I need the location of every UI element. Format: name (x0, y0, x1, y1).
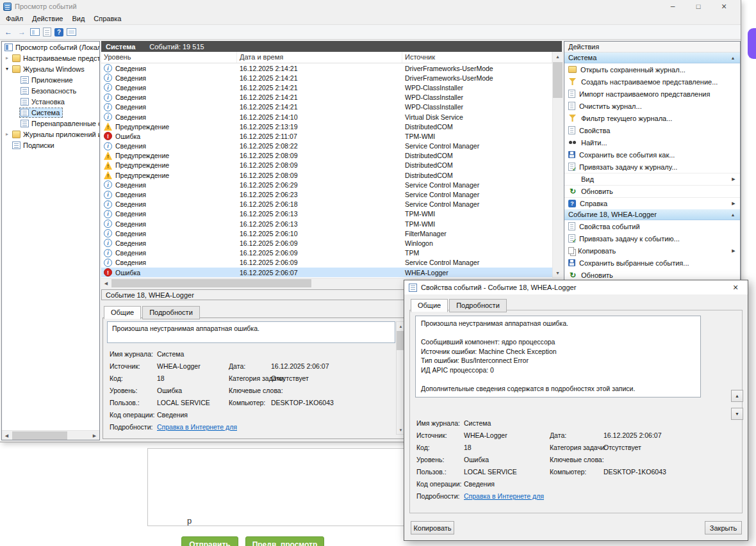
source-cell: TPM (402, 249, 552, 257)
copy-button[interactable]: Копировать (411, 521, 454, 534)
action-item[interactable]: Найти... (564, 136, 740, 149)
tree-item[interactable]: Безопасность (2, 85, 99, 96)
event-row[interactable]: Сведения16.12.2025 2:14:21DriverFramewor… (101, 73, 552, 83)
action-item[interactable]: Справка (564, 197, 740, 209)
action-item[interactable]: Свойства (564, 124, 740, 136)
list-vertical-scrollbar[interactable] (552, 52, 562, 278)
next-event-button[interactable] (731, 408, 743, 420)
preview-button[interactable]: Предв. просмотр (245, 536, 324, 546)
level-cell: Предупреждение (101, 152, 237, 160)
event-row[interactable]: Ошибка16.12.2025 2:11:07TPM-WMI (101, 131, 552, 141)
tree-item[interactable]: Просмотр событий (Локальны (2, 42, 99, 52)
submit-button[interactable]: Отправить (181, 536, 238, 546)
info-icon (104, 239, 112, 247)
chevron-right-icon[interactable] (3, 52, 11, 63)
menu-item-3[interactable]: Справка (89, 13, 126, 24)
action-item[interactable]: Открыть сохраненный журнал... (564, 63, 740, 76)
event-row[interactable]: Сведения16.12.2025 2:06:09Service Contro… (101, 258, 552, 268)
column-header-2[interactable]: Источник (402, 52, 552, 63)
previous-event-button[interactable] (731, 390, 743, 402)
column-header-1[interactable]: Дата и время (237, 52, 402, 63)
export-icon[interactable] (43, 28, 51, 36)
minimize-button[interactable] (660, 1, 686, 12)
background-textarea[interactable] (147, 448, 405, 526)
tree-item[interactable]: Приложение (2, 74, 99, 85)
event-row[interactable]: Сведения16.12.2025 2:06:10FilterManager (101, 229, 552, 238)
action-item[interactable]: Привязать задачу к событию... (564, 232, 740, 245)
scroll-up-icon[interactable] (553, 52, 563, 61)
action-item[interactable]: Привязать задачу к журналу... (564, 161, 740, 173)
close-icon[interactable] (726, 281, 745, 294)
event-row[interactable]: Сведения16.12.2025 2:14:21WPD-ClassInsta… (101, 83, 552, 92)
action-item[interactable]: Создать настраиваемое представление... (564, 76, 740, 88)
event-row[interactable]: Сведения16.12.2025 2:06:09TPM (101, 248, 552, 258)
tree-item[interactable]: Подписки (2, 140, 99, 150)
event-row[interactable]: Сведения16.12.2025 2:06:18Service Contro… (101, 200, 552, 209)
dialog-tab-details[interactable]: Подробности (449, 299, 507, 312)
tree-item[interactable]: Установка (2, 96, 99, 107)
preview-tab-details[interactable]: Подробности (142, 306, 200, 319)
action-item[interactable]: Сохранить выбранные события... (564, 257, 740, 269)
event-row[interactable]: Сведения16.12.2025 2:14:21WPD-ClassInsta… (101, 93, 552, 102)
web-help-link[interactable]: Справка в Интернете для (464, 492, 544, 500)
action-item[interactable]: Фильтр текущего журнала... (564, 112, 740, 124)
event-row[interactable]: Сведения16.12.2025 2:08:22Service Contro… (101, 141, 552, 151)
action-item[interactable]: Копировать (564, 245, 740, 257)
web-help-link[interactable]: Справка в Интернете для (157, 423, 237, 431)
forward-icon[interactable] (17, 28, 27, 37)
help-icon[interactable] (54, 28, 63, 36)
preview-tab-general[interactable]: Общие (104, 306, 141, 319)
event-row[interactable]: Сведения16.12.2025 2:06:13TPM-WMI (101, 219, 552, 229)
event-row[interactable]: Сведения16.12.2025 2:06:09Winlogon (101, 238, 552, 248)
action-item[interactable]: Очистить журнал... (564, 100, 740, 112)
menu-item-1[interactable]: Действие (28, 13, 67, 24)
scroll-down-icon[interactable] (553, 268, 563, 278)
back-icon[interactable] (3, 28, 13, 37)
action-item[interactable]: Обновить (564, 185, 740, 197)
collapse-icon[interactable] (728, 56, 738, 60)
tree-item[interactable]: Система (2, 107, 99, 118)
menu-item-2[interactable]: Вид (67, 13, 89, 24)
scroll-thumb[interactable] (111, 279, 311, 287)
properties-icon[interactable] (67, 28, 76, 36)
scroll-thumb[interactable] (12, 431, 67, 440)
console-tree-icon[interactable] (30, 28, 40, 36)
tree-item[interactable]: Настраиваемые представл... (2, 52, 99, 63)
event-row[interactable]: Предупреждение16.12.2025 2:13:19Distribu… (101, 122, 552, 131)
scroll-right-icon[interactable] (90, 431, 99, 440)
action-item[interactable]: Свойства событий (564, 220, 740, 232)
tree-item[interactable]: Журналы приложений и сл... (2, 129, 99, 140)
event-row[interactable]: Сведения16.12.2025 2:06:23Service Contro… (101, 189, 552, 199)
tree-item[interactable]: Перенаправленные соб... (2, 118, 99, 129)
event-row[interactable]: Сведения16.12.2025 2:14:21WPD-ClassInsta… (101, 102, 552, 112)
dialog-tab-general[interactable]: Общие (411, 299, 448, 312)
event-row[interactable]: Сведения16.12.2025 2:14:21DriverFramewor… (101, 63, 552, 73)
chevron-down-icon[interactable] (3, 63, 11, 74)
tree-item[interactable]: Журналы Windows (2, 63, 99, 74)
event-row[interactable]: Предупреждение16.12.2025 2:08:09Distribu… (101, 161, 552, 170)
event-row[interactable]: Сведения16.12.2025 2:14:10Virtual Disk S… (101, 112, 552, 122)
scroll-thumb[interactable] (553, 62, 563, 98)
browser-extension-widget[interactable] (748, 28, 756, 59)
action-item[interactable]: Импорт настраиваемого представления (564, 88, 740, 100)
action-item[interactable]: Сохранить все события как... (564, 149, 740, 161)
event-row[interactable]: Ошибка16.12.2025 2:06:07WHEA-Logger (101, 268, 552, 277)
menu-item-0[interactable]: Файл (1, 13, 28, 24)
collapse-icon[interactable] (728, 213, 738, 217)
event-row[interactable]: Предупреждение16.12.2025 2:08:09Distribu… (101, 170, 552, 180)
close-button[interactable] (711, 1, 737, 12)
action-section-header[interactable]: Событие 18, WHEA-Logger (564, 209, 740, 220)
tree-horizontal-scrollbar[interactable] (2, 430, 99, 440)
event-row[interactable]: Сведения16.12.2025 2:06:13TPM-WMI (101, 209, 552, 219)
scroll-left-icon[interactable] (2, 431, 12, 440)
field-value: Ошибка (464, 456, 489, 463)
event-row[interactable]: Сведения16.12.2025 2:06:29Service Contro… (101, 180, 552, 189)
maximize-button[interactable] (686, 1, 711, 12)
column-header-0[interactable]: Уровень (101, 52, 237, 63)
chevron-right-icon[interactable] (3, 129, 11, 140)
event-row[interactable]: Предупреждение16.12.2025 2:08:09Distribu… (101, 151, 552, 161)
action-item[interactable]: Вид (564, 173, 740, 185)
scroll-left-icon[interactable] (101, 278, 111, 288)
action-section-header[interactable]: Система (564, 52, 740, 63)
close-button[interactable]: Закрыть (705, 521, 742, 534)
